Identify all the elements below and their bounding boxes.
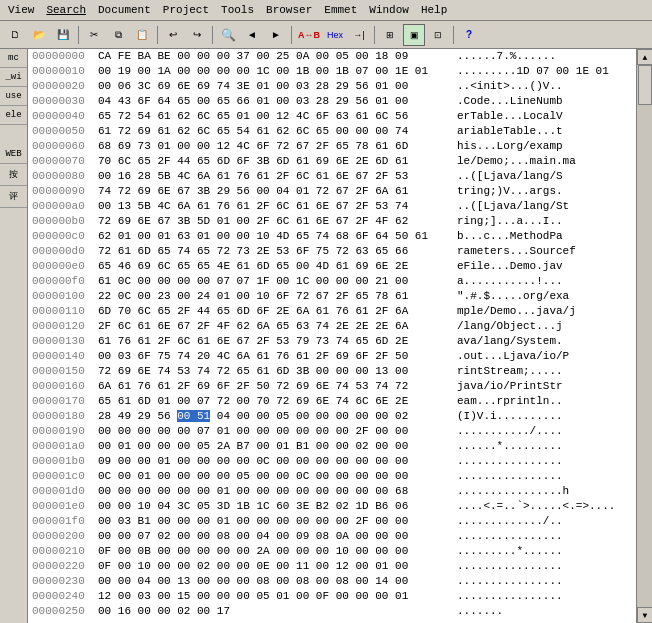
hex-bytes[interactable]: 00 00 10 04 3C 05 3D 1B 1C 60 3E B2 02 1… [98, 499, 453, 514]
hex-bytes[interactable]: 0F 00 10 00 00 02 00 00 0E 00 11 00 12 0… [98, 559, 453, 574]
menu-search[interactable]: Search [40, 2, 92, 18]
table-row[interactable]: 0000023000 00 04 00 13 00 00 00 08 00 08… [28, 574, 636, 589]
table-row[interactable]: 000002200F 00 10 00 00 02 00 00 0E 00 11… [28, 559, 636, 574]
table-row[interactable]: 000001202F 6C 61 6E 67 2F 4F 62 6A 65 63… [28, 319, 636, 334]
table-row[interactable]: 000001606A 61 76 61 2F 69 6F 2F 50 72 69… [28, 379, 636, 394]
table-row[interactable]: 0000019000 00 00 00 00 07 01 00 00 00 00… [28, 424, 636, 439]
menu-help[interactable]: Help [415, 2, 453, 18]
vertical-scrollbar[interactable]: ▲ ▼ [636, 49, 652, 623]
undo-button[interactable]: ↩ [162, 24, 184, 46]
hex-bytes[interactable]: 00 16 28 5B 4C 6A 61 76 61 2F 6C 61 6E 6… [98, 169, 453, 184]
hex-bytes[interactable]: 28 49 29 56 00 51 04 00 00 05 00 00 00 0… [98, 409, 453, 424]
hex-bytes[interactable]: 6A 61 76 61 2F 69 6F 2F 50 72 69 6E 74 5… [98, 379, 453, 394]
hex-grid[interactable]: 00000000CA FE BA BE 00 00 00 37 00 25 0A… [28, 49, 636, 623]
table-row[interactable]: 000000f061 0C 00 00 00 00 07 07 1F 00 1C… [28, 274, 636, 289]
hex-bytes[interactable]: 00 01 00 00 00 05 2A B7 00 01 B1 00 00 0… [98, 439, 453, 454]
table-row[interactable]: 000000c062 01 00 01 63 01 00 00 10 4D 65… [28, 229, 636, 244]
hex-bytes[interactable]: 68 69 73 01 00 00 12 4C 6F 72 67 2F 65 7… [98, 139, 453, 154]
table-row[interactable]: 000001b009 00 00 01 00 00 00 00 0C 00 00… [28, 454, 636, 469]
table-row[interactable]: 0000024012 00 03 00 15 00 00 00 05 01 00… [28, 589, 636, 604]
cut-button[interactable]: ✂ [83, 24, 105, 46]
open-button[interactable]: 📂 [28, 24, 50, 46]
search-button[interactable]: 🔍 [217, 24, 239, 46]
left-tab-press[interactable]: 按 [0, 164, 27, 186]
table-row[interactable]: 0000015072 69 6E 74 53 74 72 65 61 6D 3B… [28, 364, 636, 379]
hex-bytes[interactable]: 65 46 69 6C 65 65 4E 61 6D 65 00 4D 61 6… [98, 259, 453, 274]
hex-bytes[interactable]: 00 16 00 00 02 00 17 [98, 604, 453, 619]
left-tab-use[interactable]: use [0, 87, 27, 106]
table-row[interactable]: 0000013061 76 61 2F 6C 61 6E 67 2F 53 79… [28, 334, 636, 349]
hex-bytes[interactable]: 65 72 54 61 62 6C 65 01 00 12 4C 6F 63 6… [98, 109, 453, 124]
left-tab-ele[interactable]: ele [0, 106, 27, 125]
table-row[interactable]: 0000003004 43 6F 64 65 00 65 66 01 00 03… [28, 94, 636, 109]
view3-button[interactable]: ⊡ [427, 24, 449, 46]
scroll-up-button[interactable]: ▲ [637, 49, 652, 65]
table-row[interactable]: 0000005061 72 69 61 62 6C 65 54 61 62 6C… [28, 124, 636, 139]
table-row[interactable]: 000001d000 00 00 00 00 00 01 00 00 00 00… [28, 484, 636, 499]
menu-emmet[interactable]: Emmet [318, 2, 363, 18]
hex-bytes[interactable]: 61 76 61 2F 6C 61 6E 67 2F 53 79 73 74 6… [98, 334, 453, 349]
table-row[interactable]: 000001f000 03 B1 00 00 00 01 00 00 00 00… [28, 514, 636, 529]
table-row[interactable]: 0000002000 06 3C 69 6E 69 74 3E 01 00 03… [28, 79, 636, 94]
menu-tools[interactable]: Tools [215, 2, 260, 18]
hex-bytes[interactable]: 00 03 B1 00 00 00 01 00 00 00 00 00 00 2… [98, 514, 453, 529]
hex-bytes[interactable]: 2F 6C 61 6E 67 2F 4F 62 6A 65 63 74 2E 2… [98, 319, 453, 334]
hex-mode-button[interactable]: Hex [324, 24, 346, 46]
hex-bytes[interactable]: 70 6C 65 2F 44 65 6D 6F 3B 6D 61 69 6E 2… [98, 154, 453, 169]
find-replace-button[interactable]: A↔B [296, 24, 322, 46]
table-row[interactable]: 0000018028 49 29 56 00 51 04 00 00 05 00… [28, 409, 636, 424]
table-row[interactable]: 00000000CA FE BA BE 00 00 00 37 00 25 0A… [28, 49, 636, 64]
copy-button[interactable]: ⧉ [107, 24, 129, 46]
hex-bytes[interactable]: 61 0C 00 00 00 00 07 07 1F 00 1C 00 00 0… [98, 274, 453, 289]
new-button[interactable]: 🗋 [4, 24, 26, 46]
scroll-down-button[interactable]: ▼ [637, 607, 652, 623]
search-prev-button[interactable]: ◄ [241, 24, 263, 46]
save-button[interactable]: 💾 [52, 24, 74, 46]
hex-bytes[interactable]: 0C 00 01 00 00 00 00 05 00 00 0C 00 00 0… [98, 469, 453, 484]
search-next-button[interactable]: ► [265, 24, 287, 46]
hex-bytes[interactable]: 72 69 6E 67 3B 5D 01 00 2F 6C 61 6E 67 2… [98, 214, 453, 229]
hex-bytes[interactable]: 00 03 6F 75 74 20 4C 6A 61 76 61 2F 69 6… [98, 349, 453, 364]
table-row[interactable]: 000000e065 46 69 6C 65 65 4E 61 6D 65 00… [28, 259, 636, 274]
hex-bytes[interactable]: 12 00 03 00 15 00 00 00 05 01 00 0F 00 0… [98, 589, 453, 604]
table-row[interactable]: 000001106D 70 6C 65 2F 44 65 6D 6F 2E 6A… [28, 304, 636, 319]
hex-bytes[interactable]: 00 00 00 00 00 07 01 00 00 00 00 00 00 2… [98, 424, 453, 439]
hex-bytes[interactable]: 65 61 6D 01 00 07 72 00 70 72 69 6E 74 6… [98, 394, 453, 409]
left-tab-web[interactable]: WEB [0, 145, 27, 164]
menu-browser[interactable]: Browser [260, 2, 318, 18]
hex-bytes[interactable]: 00 00 07 02 00 00 08 00 04 00 09 08 0A 0… [98, 529, 453, 544]
table-row[interactable]: 0000004065 72 54 61 62 6C 65 01 00 12 4C… [28, 109, 636, 124]
table-row[interactable]: 0000006068 69 73 01 00 00 12 4C 6F 72 67… [28, 139, 636, 154]
hex-bytes[interactable]: 22 0C 00 23 00 24 01 00 10 6F 72 67 2F 6… [98, 289, 453, 304]
help-button[interactable]: ? [458, 24, 480, 46]
hex-bytes[interactable]: 00 00 04 00 13 00 00 00 08 00 08 00 08 0… [98, 574, 453, 589]
hex-bytes[interactable]: CA FE BA BE 00 00 00 37 00 25 0A 00 05 0… [98, 49, 453, 64]
hex-bytes[interactable]: 00 06 3C 69 6E 69 74 3E 01 00 03 28 29 5… [98, 79, 453, 94]
table-row[interactable]: 000001c00C 00 01 00 00 00 00 05 00 00 0C… [28, 469, 636, 484]
table-row[interactable]: 0000008000 16 28 5B 4C 6A 61 76 61 2F 6C… [28, 169, 636, 184]
hex-bytes[interactable]: 72 69 6E 74 53 74 72 65 61 6D 3B 00 00 0… [98, 364, 453, 379]
hex-bytes[interactable]: 00 19 00 1A 00 00 00 00 1C 00 1B 00 1B 0… [98, 64, 453, 79]
table-row[interactable]: 0000001000 19 00 1A 00 00 00 00 1C 00 1B… [28, 64, 636, 79]
highlighted-byte[interactable]: 00 51 [177, 410, 210, 422]
hex-bytes[interactable]: 72 61 6D 65 74 65 72 73 2E 53 6F 75 72 6… [98, 244, 453, 259]
table-row[interactable]: 0000017065 61 6D 01 00 07 72 00 70 72 69… [28, 394, 636, 409]
table-row[interactable]: 0000025000 16 00 00 02 00 17....... [28, 604, 636, 619]
view1-button[interactable]: ⊞ [379, 24, 401, 46]
hex-bytes[interactable]: 6D 70 6C 65 2F 44 65 6D 6F 2E 6A 61 76 6… [98, 304, 453, 319]
paste-button[interactable]: 📋 [131, 24, 153, 46]
hex-bytes[interactable]: 74 72 69 6E 67 3B 29 56 00 04 01 72 67 2… [98, 184, 453, 199]
table-row[interactable]: 000000a000 13 5B 4C 6A 61 76 61 2F 6C 61… [28, 199, 636, 214]
left-tab-wi[interactable]: _wi [0, 68, 27, 87]
view2-button[interactable]: ▣ [403, 24, 425, 46]
menu-project[interactable]: Project [157, 2, 215, 18]
left-tab-eval[interactable]: 评 [0, 186, 27, 208]
table-row[interactable]: 0000010022 0C 00 23 00 24 01 00 10 6F 72… [28, 289, 636, 304]
scroll-track[interactable] [637, 65, 652, 607]
hex-bytes[interactable]: 09 00 00 01 00 00 00 00 0C 00 00 00 00 0… [98, 454, 453, 469]
menu-document[interactable]: Document [92, 2, 157, 18]
table-row[interactable]: 0000007070 6C 65 2F 44 65 6D 6F 3B 6D 61… [28, 154, 636, 169]
hex-bytes[interactable]: 61 72 69 61 62 6C 65 54 61 62 6C 65 00 0… [98, 124, 453, 139]
hex-bytes[interactable]: 62 01 00 01 63 01 00 00 10 4D 65 74 68 6… [98, 229, 453, 244]
menu-window[interactable]: Window [363, 2, 415, 18]
